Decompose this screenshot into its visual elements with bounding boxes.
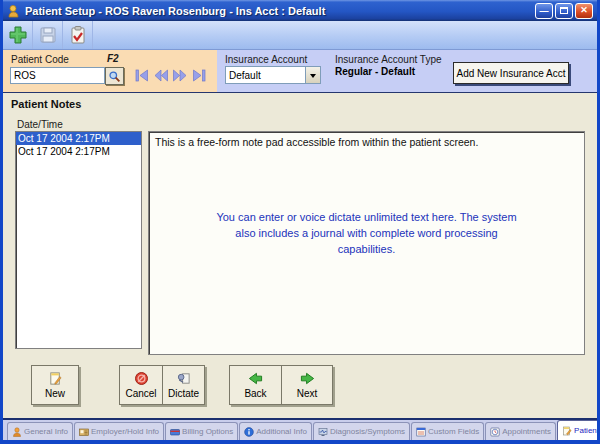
insurance-panel: Insurance Account Default Insurance Acco… <box>217 50 597 92</box>
tab-additional-info[interactable]: Additional Info <box>239 422 312 440</box>
toolbar <box>3 21 597 50</box>
insurance-account-select[interactable]: Default <box>225 66 321 84</box>
info-icon <box>244 427 254 437</box>
clock-icon <box>490 427 500 437</box>
dictate-button[interactable]: Dictate <box>162 365 205 405</box>
back-button[interactable]: Back <box>229 365 281 405</box>
insurance-account-type-label: Insurance Account Type <box>335 54 442 65</box>
datetime-column-label: Date/Time <box>17 119 63 130</box>
title-bar: Patient Setup - ROS Raven Rosenburg - In… <box>3 0 597 21</box>
tab-label: General Info <box>24 427 68 436</box>
next-arrow-icon <box>300 371 315 386</box>
f2-label: F2 <box>107 53 119 64</box>
cancel-icon <box>134 371 149 386</box>
checklist-button[interactable] <box>63 21 93 49</box>
tab-label: Additional Info <box>256 427 307 436</box>
note-callout-text: You can enter or voice dictate unlimited… <box>155 210 578 258</box>
floppy-disk-icon <box>38 25 58 45</box>
tab-patient-notes[interactable]: Patient Notes <box>557 420 597 440</box>
tab-custom-fields[interactable]: Custom Fields <box>411 422 484 440</box>
next-button[interactable]: Next <box>281 365 333 405</box>
new-note-icon <box>48 371 63 386</box>
bottom-tab-bar: General Info Employer/Hold Info Billing … <box>3 418 597 440</box>
maximize-button[interactable] <box>555 3 573 19</box>
window-title: Patient Setup - ROS Raven Rosenburg - In… <box>25 5 533 17</box>
nav-next-icon[interactable] <box>173 69 187 82</box>
tab-label: Custom Fields <box>428 427 479 436</box>
cancel-button-label: Cancel <box>125 388 156 399</box>
back-arrow-icon <box>248 371 263 386</box>
patient-code-input[interactable] <box>10 67 105 84</box>
tab-billing-options[interactable]: Billing Options <box>165 422 238 440</box>
list-item[interactable]: Oct 17 2004 2:17PM <box>16 145 141 158</box>
new-button-label: New <box>45 388 65 399</box>
tab-diagnosis-symptoms[interactable]: Diagnosis/Symptoms <box>313 422 410 440</box>
dictate-icon <box>176 371 191 386</box>
note-text-area[interactable]: This is a free-form note pad accessible … <box>148 131 585 355</box>
nav-first-icon[interactable] <box>135 69 149 82</box>
billing-card-icon <box>170 427 180 437</box>
new-button[interactable]: New <box>31 365 79 405</box>
tab-label: Billing Options <box>182 427 233 436</box>
note-text: This is a free-form note pad accessible … <box>155 136 578 148</box>
person-icon <box>12 427 22 437</box>
action-buttons: New Cancel Dictate <box>3 365 597 407</box>
tab-appointments[interactable]: Appointments <box>485 422 556 440</box>
patient-notes-content: Patient Notes Date/Time Oct 17 2004 2:17… <box>3 93 597 418</box>
cancel-button[interactable]: Cancel <box>119 365 162 405</box>
insurance-account-label: Insurance Account <box>225 54 307 65</box>
dropdown-arrow-icon[interactable] <box>305 67 320 83</box>
section-title: Patient Notes <box>11 98 81 110</box>
notes-datetime-list[interactable]: Oct 17 2004 2:17PM Oct 17 2004 2:17PM <box>15 131 142 349</box>
notes-icon <box>562 426 572 436</box>
tab-employer-hold-info[interactable]: Employer/Hold Info <box>74 422 164 440</box>
patient-setup-window: Patient Setup - ROS Raven Rosenburg - In… <box>0 0 600 444</box>
nav-previous-icon[interactable] <box>154 69 168 82</box>
tab-label: Diagnosis/Symptoms <box>330 427 405 436</box>
patient-code-label: Patient Code <box>11 54 69 65</box>
search-icon <box>108 70 121 83</box>
close-button[interactable]: ✕ <box>575 3 593 19</box>
insurance-account-value: Default <box>226 70 305 81</box>
plus-icon <box>8 25 28 45</box>
back-button-label: Back <box>244 388 266 399</box>
tab-label: Patient Notes <box>574 426 597 435</box>
tab-label: Employer/Hold Info <box>91 427 159 436</box>
header-panels: Patient Code F2 <box>3 50 597 93</box>
minimize-button[interactable]: — <box>535 3 553 19</box>
dictate-button-label: Dictate <box>168 388 199 399</box>
save-button[interactable] <box>33 21 63 49</box>
search-button[interactable] <box>105 67 124 85</box>
tab-label: Appointments <box>502 427 551 436</box>
id-card-icon <box>79 427 89 437</box>
app-icon <box>7 4 21 18</box>
diagnosis-icon <box>318 427 328 437</box>
list-item[interactable]: Oct 17 2004 2:17PM <box>16 132 141 145</box>
add-button[interactable] <box>3 21 33 49</box>
next-button-label: Next <box>297 388 318 399</box>
nav-last-icon[interactable] <box>192 69 206 82</box>
patient-code-panel: Patient Code F2 <box>3 50 217 92</box>
add-new-insurance-acct-button[interactable]: Add New Insurance Acct <box>453 62 569 84</box>
insurance-account-type-value: Regular - Default <box>335 66 415 77</box>
custom-fields-icon <box>416 427 426 437</box>
tab-general-info[interactable]: General Info <box>7 422 73 440</box>
clipboard-check-icon <box>68 25 88 45</box>
